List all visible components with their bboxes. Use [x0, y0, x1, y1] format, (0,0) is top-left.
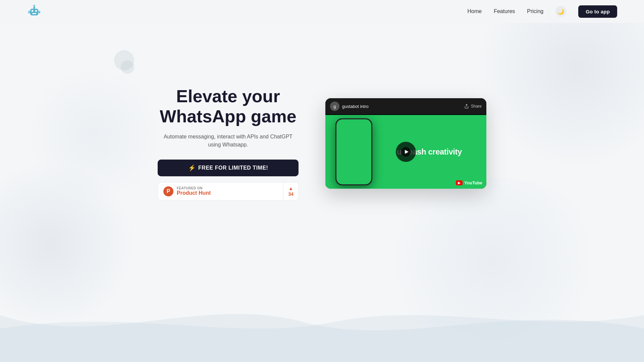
svg-rect-6 — [28, 11, 30, 13]
svg-rect-2 — [35, 10, 37, 12]
ph-vote: ▲ 34 — [283, 183, 298, 200]
ph-logo: P — [163, 186, 173, 196]
free-cta-button[interactable]: ⚡ FREE FOR LIMITED TIME! — [158, 160, 299, 176]
svg-rect-3 — [32, 13, 36, 14]
hero-title-line1: Elevate your — [176, 86, 280, 106]
svg-point-8 — [33, 5, 35, 7]
nav-link-home[interactable]: Home — [467, 8, 482, 14]
theme-toggle-button[interactable]: 🌙 — [555, 6, 566, 17]
play-button[interactable] — [396, 142, 416, 162]
hero-title: Elevate your WhatsApp game — [158, 86, 299, 127]
svg-rect-7 — [38, 11, 40, 13]
ph-featured-on: FEATURED ON — [177, 186, 211, 190]
nav-link-features[interactable]: Features — [494, 8, 515, 14]
channel-avatar: g — [330, 102, 339, 111]
free-cta-label: FREE FOR LIMITED TIME! — [198, 165, 268, 171]
logo[interactable] — [27, 4, 42, 19]
phone-screen — [336, 119, 371, 184]
product-hunt-badge[interactable]: P FEATURED ON Product Hunt ▲ 34 — [158, 182, 299, 200]
channel-name: gustabot intro — [342, 104, 369, 109]
video-channel: g gustabot intro — [330, 102, 369, 111]
go-to-app-button[interactable]: Go to app — [578, 5, 617, 18]
hero-section: Elevate your WhatsApp game Automate mess… — [0, 23, 644, 257]
svg-rect-0 — [30, 9, 38, 15]
logo-icon — [27, 4, 42, 19]
share-label: Share — [471, 104, 482, 109]
ph-left: P FEATURED ON Product Hunt — [158, 183, 283, 200]
ph-vote-count: 34 — [288, 191, 293, 197]
nav-links: Home Features Pricing 🌙 Go to app — [467, 5, 617, 18]
wave-decoration — [0, 288, 644, 362]
youtube-icon: ▶ — [456, 180, 463, 185]
ph-arrow-icon: ▲ — [288, 186, 293, 191]
navbar: Home Features Pricing 🌙 Go to app — [0, 0, 644, 23]
play-icon — [401, 147, 411, 157]
nav-link-pricing[interactable]: Pricing — [527, 8, 543, 14]
phone-frame — [335, 118, 372, 185]
lightning-icon: ⚡ — [188, 164, 196, 172]
hero-title-line2: WhatsApp game — [160, 107, 296, 126]
hero-subtitle: Automate messaging, interact with APIs a… — [158, 133, 299, 149]
hero-right: g gustabot intro Share unleas — [325, 98, 486, 189]
ph-name: Product Hunt — [177, 190, 211, 196]
share-icon — [464, 104, 469, 109]
video-overlay-text: unleash creativity — [379, 147, 480, 157]
video-header: g gustabot intro Share — [325, 98, 486, 114]
svg-rect-1 — [32, 10, 33, 12]
youtube-branding: ▶ YouTube — [456, 180, 482, 185]
hero-left: Elevate your WhatsApp game Automate mess… — [158, 86, 299, 200]
video-content: unleash creativity — [325, 115, 486, 189]
video-share-button[interactable]: Share — [464, 104, 482, 109]
play-button-circle — [396, 142, 416, 162]
ph-text-block: FEATURED ON Product Hunt — [177, 186, 211, 196]
video-container[interactable]: g gustabot intro Share unleas — [325, 98, 486, 189]
youtube-label: YouTube — [464, 180, 482, 185]
